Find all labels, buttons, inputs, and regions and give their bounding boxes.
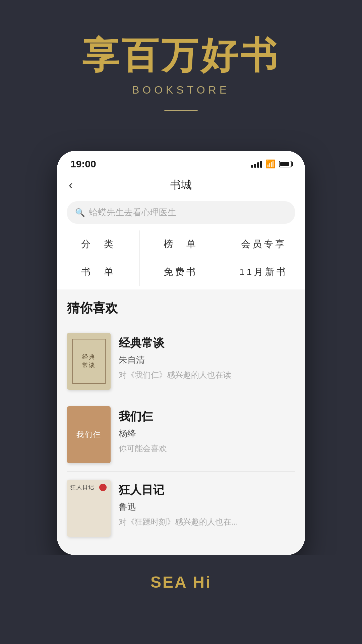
category-item-fenlei[interactable]: 分 类 [57,230,140,258]
book-cover-2: 我们仨 [67,406,111,463]
book-author-1: 朱自清 [119,354,295,366]
bottom-area: SEA Hi [0,555,362,609]
status-time: 19:00 [70,158,96,170]
wifi-icon: 📶 [265,159,276,169]
phone-mockup: 19:00 📶 ‹ 书城 🔍 [57,151,305,555]
page-title: 书城 [170,178,192,193]
book-title-3: 狂人日记 [119,482,295,498]
search-bar[interactable]: 🔍 蛤蟆先生去看心理医生 [67,201,295,224]
book-title-1: 经典常谈 [119,335,295,351]
search-container: 🔍 蛤蟆先生去看心理医生 [57,197,305,230]
book-cover-title-3: 狂人日记 [70,483,95,492]
category-label-shudan: 书 单 [81,266,115,278]
category-label-mianfei: 免费书 [164,266,198,278]
category-item-shudan[interactable]: 书 单 [57,258,140,286]
book-cover-title-2: 我们仨 [76,429,102,440]
phone-screen: 19:00 📶 ‹ 书城 🔍 [57,151,305,555]
book-author-2: 杨绛 [119,428,295,439]
signal-icon [251,160,262,168]
category-label-huiyuan: 会员专享 [241,238,287,251]
book-info-1: 经典常谈 朱自清 对《我们仨》感兴趣的人也在读 [119,333,295,381]
category-grid: 分 类 榜 单 会员专享 书 单 免费书 11月新书 [57,230,305,286]
hero-subtitle: BOOKSTORE [132,84,230,96]
battery-icon [279,161,292,167]
book-desc-2: 你可能会喜欢 [119,443,295,454]
nav-bar: ‹ 书城 [57,173,305,197]
hero-title: 享百万好书 [82,34,280,78]
hero-section: 享百万好书 BOOKSTORE [0,0,362,131]
category-item-xinshu[interactable]: 11月新书 [222,258,305,286]
category-label-fenlei: 分 类 [81,238,115,251]
book-cover-title-1: 经典常谈 [82,353,96,370]
book-cover-1: 经典常谈 [67,333,111,390]
category-label-bangdan: 榜 单 [164,238,198,251]
battery-fill [280,162,289,166]
book-info-2: 我们仨 杨绛 你可能会喜欢 [119,406,295,454]
recommendations-section: 猜你喜欢 经典常谈 经典常谈 朱自清 对《我们仨》感兴趣的人也在读 [57,289,305,555]
book-list: 经典常谈 经典常谈 朱自清 对《我们仨》感兴趣的人也在读 我们仨 [67,325,295,545]
sea-hi-text: SEA Hi [150,573,212,591]
search-placeholder: 蛤蟆先生去看心理医生 [89,207,176,218]
category-item-mianfei[interactable]: 免费书 [140,258,223,286]
book-desc-1: 对《我们仨》感兴趣的人也在读 [119,369,295,381]
book-cover-dot-3 [99,484,107,491]
hero-divider [164,110,198,111]
back-button[interactable]: ‹ [69,178,73,192]
book-title-2: 我们仨 [119,409,295,424]
recommendations-title: 猜你喜欢 [67,300,295,317]
search-icon: 🔍 [75,208,85,217]
category-item-huiyuan[interactable]: 会员专享 [222,230,305,258]
book-cover-3: 狂人日记 [67,480,111,537]
book-cover-inner-1: 经典常谈 [72,339,106,384]
category-label-xinshu: 11月新书 [239,266,288,278]
book-item-1[interactable]: 经典常谈 经典常谈 朱自清 对《我们仨》感兴趣的人也在读 [67,325,295,398]
book-info-3: 狂人日记 鲁迅 对《狂躁时刻》感兴趣的人也在... [119,480,295,528]
status-icons: 📶 [251,159,292,169]
book-item-2[interactable]: 我们仨 我们仨 杨绛 你可能会喜欢 [67,398,295,472]
outer-container: 享百万好书 BOOKSTORE 19:00 📶 [0,0,362,644]
book-item-3[interactable]: 狂人日记 狂人日记 鲁迅 对《狂躁时刻》感兴趣的人也在... [67,472,295,545]
book-author-3: 鲁迅 [119,501,295,513]
book-desc-3: 对《狂躁时刻》感兴趣的人也在... [119,516,295,528]
category-item-bangdan[interactable]: 榜 单 [140,230,223,258]
status-bar: 19:00 📶 [57,151,305,173]
